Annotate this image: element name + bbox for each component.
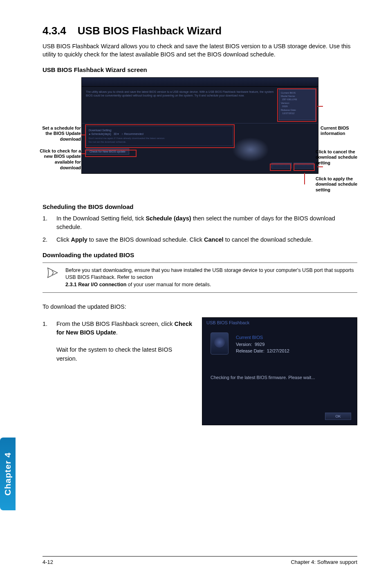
list-item: 2. Click Apply to save the BIOS download… bbox=[43, 236, 357, 244]
callout-label-current-bios: Current BIOS information bbox=[321, 126, 359, 137]
callout-label-apply: Click to apply the download schedule set… bbox=[316, 176, 359, 193]
download-lead: To download the updated BIOS: bbox=[43, 303, 357, 311]
section-number: 4.3.4 bbox=[43, 25, 66, 37]
intro-paragraph: USB BIOS Flashback Wizard allows you to … bbox=[43, 42, 357, 59]
screenshot1-heading: USB BIOS Flashback Wizard screen bbox=[43, 66, 357, 73]
scheduling-heading: Scheduling the BIOS download bbox=[43, 203, 357, 210]
footer-chapter: Chapter 4: Software support bbox=[291, 559, 357, 565]
chapter-side-tab: Chapter 4 bbox=[0, 438, 16, 510]
section-title: USB BIOS Flashback Wizard bbox=[78, 25, 222, 37]
list-item: 1. From the USB BIOS Flashback screen, c… bbox=[43, 320, 194, 363]
page-footer: 4-12 Chapter 4: Software support bbox=[43, 556, 357, 565]
popup-title: USB BIOS Flashback bbox=[202, 318, 357, 328]
bios-icon bbox=[211, 332, 229, 355]
checking-bios-popup: USB BIOS Flashback Current BIOS Version:… bbox=[202, 317, 357, 425]
popup-status: Checking for the latest BIOS firmware. P… bbox=[211, 375, 315, 380]
downloading-heading: Downloading the updated BIOS bbox=[43, 251, 357, 258]
ok-button[interactable]: OK bbox=[325, 413, 351, 420]
flashback-wizard-screenshot: The utility allows you to check and save… bbox=[81, 77, 318, 174]
note-icon bbox=[43, 267, 65, 278]
note-block: Before you start downloading, ensure tha… bbox=[43, 263, 357, 293]
page-number: 4-12 bbox=[43, 559, 53, 565]
callout-label-schedule: Set a schedule for the BIOS Update downl… bbox=[37, 126, 81, 142]
callout-label-cancel: Click to cancel the download schedule se… bbox=[316, 149, 359, 166]
section-heading: 4.3.4USB BIOS Flashback Wizard bbox=[43, 25, 357, 37]
callout-label-check: Click to check for a new BIOS update ava… bbox=[37, 148, 81, 171]
popup-current-bios: Current BIOS bbox=[236, 335, 263, 340]
list-item: 1. In the Download Setting field, tick S… bbox=[43, 214, 357, 231]
